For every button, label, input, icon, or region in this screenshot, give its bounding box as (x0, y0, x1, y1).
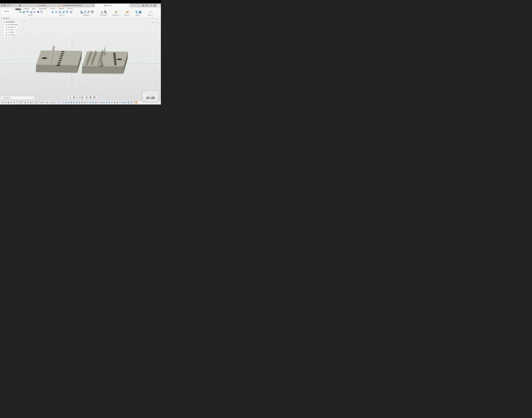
timeline-go-to-end-button[interactable] (13, 102, 15, 104)
ribbon-tab-surface[interactable]: SURFACE (23, 8, 29, 10)
user-avatar[interactable]: AO (157, 4, 160, 7)
timeline-feature-sketch-active[interactable] (135, 101, 138, 104)
shell-button[interactable] (58, 11, 62, 14)
insert-fastener-button[interactable] (135, 11, 138, 14)
timeline-feature-extrude[interactable] (103, 101, 105, 104)
timeline-feature-move[interactable] (51, 101, 54, 104)
expand-chevron-icon[interactable]: ˅ (2, 22, 3, 23)
timeline-feature-sketch[interactable] (38, 101, 40, 104)
timeline-feature-offset-error[interactable] (54, 101, 56, 104)
notifications-bell-icon[interactable] (150, 4, 152, 7)
measure-button[interactable] (126, 11, 129, 14)
move-copy-button[interactable] (69, 11, 73, 14)
save-button[interactable] (7, 5, 9, 6)
pattern-button[interactable] (33, 11, 36, 13)
display-settings-button[interactable] (86, 96, 89, 98)
viewports-button[interactable] (93, 96, 96, 98)
document-tab-boho-hair[interactable]: boho hair* (95, 3, 130, 7)
timeline-feature-extrude[interactable] (24, 101, 26, 104)
browser-item-bodies[interactable]: › Bodies (0, 31, 34, 34)
timeline-go-to-start-button[interactable] (1, 102, 3, 104)
browser-item-document-settings[interactable]: › Document Settings (0, 23, 34, 26)
document-tab-untitled[interactable]: Untitled (37, 3, 61, 7)
insert-group-label[interactable]: INSERT (136, 15, 141, 16)
timeline-feature-sketch[interactable] (97, 101, 100, 104)
minimize-panel-icon[interactable] (31, 18, 32, 19)
help-icon[interactable]: ? (154, 4, 156, 7)
inspect-group-label[interactable]: INSPECT (124, 15, 130, 16)
create-sketch-button[interactable] (19, 11, 22, 14)
grid-snap-button[interactable] (90, 96, 93, 98)
timeline-feature-sketch[interactable] (27, 101, 29, 104)
file-menu-button[interactable] (4, 4, 7, 6)
activate-component-radio[interactable] (15, 21, 17, 23)
viewcube[interactable]: Z RIGHT Y X (149, 17, 161, 29)
timeline-feature-extrude[interactable] (68, 101, 70, 104)
ribbon-tab-mesh[interactable]: MESH (32, 8, 36, 10)
extensions-icon[interactable] (142, 4, 144, 7)
home-view-button[interactable] (19, 4, 21, 6)
timeline-feature-sketch[interactable] (86, 101, 89, 104)
timeline-feature-extrude[interactable] (65, 101, 67, 104)
timeline-feature-extrude[interactable] (19, 101, 21, 104)
create-form-button[interactable] (36, 11, 40, 14)
timeline-feature-thread[interactable] (127, 101, 129, 104)
timeline-feature-sketch[interactable] (119, 101, 121, 104)
extrude-button[interactable] (23, 11, 26, 14)
timeline-feature-extrude[interactable] (46, 101, 48, 104)
press-pull-button[interactable] (51, 11, 55, 14)
undo-button[interactable] (10, 5, 13, 6)
browser-item-named-views[interactable]: › Named Views (0, 26, 34, 28)
browser-root-row[interactable]: ˅ boho hair (0, 21, 34, 23)
look-at-button[interactable] (73, 96, 75, 99)
construction-plane-button[interactable] (115, 11, 118, 14)
configuration-button[interactable] (100, 11, 103, 14)
timeline-feature-offset-error[interactable] (59, 101, 62, 104)
comments-bar[interactable]: COMMENTS + (0, 96, 34, 100)
visibility-eye-icon[interactable] (6, 34, 7, 35)
browser-item-sketches[interactable]: › Sketches (0, 34, 34, 36)
timeline-feature-extrude[interactable] (35, 101, 37, 104)
timeline-feature-extrude[interactable] (89, 101, 92, 104)
timeline-feature-sketch[interactable] (43, 101, 45, 104)
bom-table-button[interactable] (91, 11, 94, 14)
timeline-feature-align[interactable] (48, 101, 51, 104)
timeline-feature-thread[interactable] (130, 101, 132, 104)
job-status-icon[interactable]: 1 (146, 4, 149, 7)
fillet-button[interactable] (55, 11, 58, 14)
timeline-feature-extrude[interactable] (92, 101, 94, 104)
timeline-feature-move[interactable] (81, 101, 83, 104)
timeline-feature-extrude[interactable] (100, 101, 102, 104)
timeline-stop-button[interactable] (7, 102, 9, 104)
timeline-feature-extrude[interactable] (122, 101, 124, 104)
timeline-feature-move[interactable] (114, 101, 116, 104)
timeline-step-back-button[interactable] (4, 102, 6, 104)
new-component-button[interactable] (83, 11, 86, 14)
zoom-button[interactable] (78, 96, 81, 99)
timeline-feature-extrude[interactable] (76, 101, 78, 104)
timeline-feature-extrude[interactable] (84, 101, 86, 104)
timeline-feature-sketch[interactable] (16, 101, 18, 104)
expand-chevron-icon[interactable]: › (4, 32, 5, 33)
tab-close-icon[interactable] (58, 5, 60, 6)
timeline-feature-extrude[interactable] (30, 101, 32, 104)
expand-chevron-icon[interactable]: › (4, 29, 5, 30)
assemble-group-label[interactable]: ASSEMBLE (83, 15, 90, 16)
visibility-eye-icon[interactable] (4, 22, 5, 23)
joint-button[interactable] (87, 11, 90, 14)
timeline-scrollbar[interactable] (2, 100, 62, 101)
app-grid-icon[interactable] (1, 5, 3, 6)
timeline-feature-extrude[interactable] (95, 101, 97, 104)
combine-button[interactable] (62, 11, 65, 14)
tab-close-icon[interactable] (91, 5, 94, 6)
timeline-feature-sketch[interactable] (32, 101, 35, 104)
document-tab-project2[interactable]: Aishaolokun-ET1-Project2*(1) (61, 3, 95, 7)
split-body-button[interactable] (66, 11, 69, 14)
browser-item-origin[interactable]: › Origin (0, 28, 34, 31)
derive-button[interactable] (40, 11, 43, 13)
fit-button[interactable] (81, 96, 85, 99)
timeline-feature-move[interactable] (116, 101, 119, 104)
preview-window[interactable] (142, 91, 159, 102)
timeline-feature-sketch[interactable] (133, 101, 135, 104)
timeline-feature-sketch[interactable] (111, 101, 113, 104)
